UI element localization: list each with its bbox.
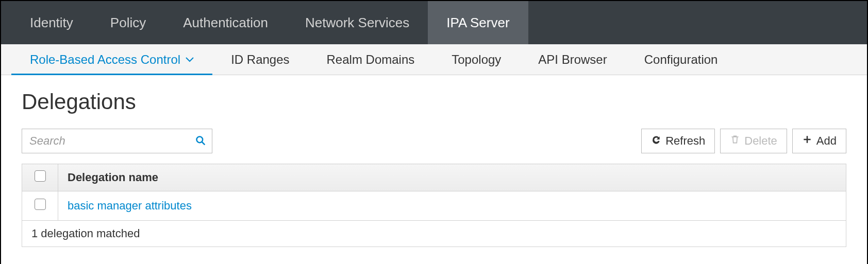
topnav-label: Network Services: [305, 15, 409, 31]
select-all-header: [22, 164, 58, 191]
top-nav: Identity Policy Authentication Network S…: [1, 1, 867, 44]
topnav-ipa-server[interactable]: IPA Server: [428, 1, 528, 44]
subnav-label: Configuration: [644, 52, 718, 67]
subnav-configuration[interactable]: Configuration: [626, 44, 737, 75]
subnav-label: Realm Domains: [327, 52, 415, 67]
svg-point-0: [197, 136, 203, 143]
search-icon: [195, 135, 206, 147]
subnav-label: ID Ranges: [231, 52, 289, 67]
page-title: Delegations: [22, 90, 846, 114]
column-header-name[interactable]: Delegation name: [58, 164, 846, 191]
table-footer: 1 delegation matched: [22, 221, 846, 247]
button-label: Refresh: [665, 134, 705, 148]
subnav-realm-domains[interactable]: Realm Domains: [308, 44, 433, 75]
subnav-id-ranges[interactable]: ID Ranges: [212, 44, 308, 75]
topnav-authentication[interactable]: Authentication: [164, 1, 287, 44]
topnav-label: IPA Server: [446, 15, 509, 31]
subnav-label: Topology: [452, 52, 501, 67]
topnav-network-services[interactable]: Network Services: [287, 1, 428, 44]
search-input[interactable]: [22, 134, 189, 148]
delete-button[interactable]: Delete: [720, 129, 787, 153]
select-all-checkbox[interactable]: [35, 170, 46, 182]
topnav-identity[interactable]: Identity: [11, 1, 92, 44]
chevron-down-icon: [186, 57, 194, 62]
plus-icon: [802, 134, 812, 148]
button-label: Add: [816, 134, 837, 148]
svg-line-1: [202, 142, 205, 145]
topnav-label: Identity: [30, 15, 73, 31]
search-box: [22, 129, 212, 153]
row-checkbox[interactable]: [35, 199, 46, 210]
row-select-cell: [22, 191, 58, 221]
refresh-button[interactable]: Refresh: [641, 129, 715, 153]
toolbar: Refresh Delete Add: [22, 129, 846, 153]
row-name-cell: basic manager attributes: [58, 191, 846, 221]
topnav-label: Policy: [110, 15, 146, 31]
main-content: Delegations Refresh: [1, 75, 867, 264]
delegations-table: Delegation name basic manager attributes…: [22, 164, 846, 247]
table-row: basic manager attributes: [22, 191, 846, 221]
refresh-icon: [651, 134, 661, 148]
action-buttons: Refresh Delete Add: [641, 129, 846, 153]
add-button[interactable]: Add: [792, 129, 846, 153]
button-label: Delete: [744, 134, 777, 148]
search-button[interactable]: [189, 135, 212, 147]
trash-icon: [730, 134, 740, 148]
subnav-label: API Browser: [538, 52, 607, 67]
topnav-label: Authentication: [183, 15, 268, 31]
subnav-api-browser[interactable]: API Browser: [520, 44, 625, 75]
delegation-link[interactable]: basic manager attributes: [68, 199, 192, 212]
sub-nav: Role-Based Access Control ID Ranges Real…: [1, 44, 867, 75]
subnav-rbac[interactable]: Role-Based Access Control: [11, 44, 212, 75]
subnav-topology[interactable]: Topology: [433, 44, 520, 75]
subnav-label: Role-Based Access Control: [30, 52, 180, 67]
topnav-policy[interactable]: Policy: [92, 1, 164, 44]
